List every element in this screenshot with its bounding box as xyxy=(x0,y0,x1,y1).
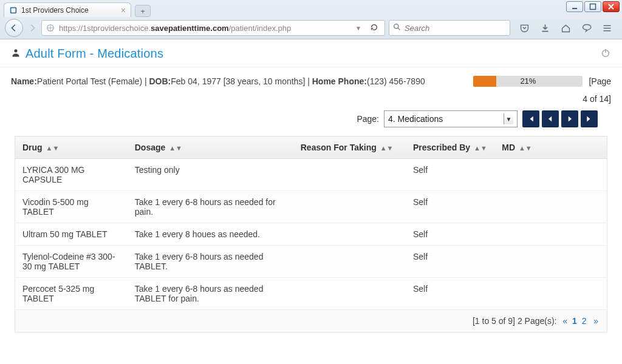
pager-next-button[interactable] xyxy=(561,110,578,127)
cell-drug: LYRICA 300 MG CAPSULE xyxy=(15,159,128,191)
footer-range: [1 to 5 of 9] xyxy=(473,316,515,326)
svg-rect-3 xyxy=(590,4,596,10)
page-of-suffix: 4 of 14] xyxy=(583,91,611,107)
patient-info-row: Name:Patient Portal Test (Female) | DOB:… xyxy=(0,67,622,109)
cell-prescribed_by: Self xyxy=(406,191,494,223)
sort-icon: ▲▼ xyxy=(474,147,487,150)
nav-back-button[interactable] xyxy=(5,19,23,37)
dob-value: Feb 04, 1977 xyxy=(171,76,221,86)
medications-table: Drug ▲▼ Dosage ▲▼ Reason For Taking ▲▼ P… xyxy=(15,136,607,332)
tab-close-icon[interactable]: × xyxy=(121,6,126,15)
window-minimize-button[interactable] xyxy=(566,1,583,12)
page-title: Adult Form - Medications xyxy=(26,47,600,61)
dropdown-caret-icon: ▼ xyxy=(504,113,513,124)
cell-dosage: Testing only xyxy=(128,159,293,191)
pocket-icon[interactable] xyxy=(519,22,530,33)
table-row: LYRICA 300 MG CAPSULETesting onlySelf xyxy=(15,159,607,191)
cell-reason xyxy=(293,191,406,223)
col-drug[interactable]: Drug ▲▼ xyxy=(15,136,128,159)
url-dropdown-icon[interactable]: ▼ xyxy=(353,25,364,32)
menu-icon[interactable] xyxy=(601,22,612,33)
sort-icon: ▲▼ xyxy=(46,147,60,150)
cell-drug: Ultram 50 mg TABLET xyxy=(15,223,128,246)
site-identity-icon[interactable] xyxy=(46,23,55,33)
col-dosage-label: Dosage xyxy=(135,143,166,152)
power-icon[interactable] xyxy=(600,47,611,60)
cell-prescribed_by: Self xyxy=(406,246,494,278)
pager-label: Page: xyxy=(357,114,379,124)
pager-last-button[interactable] xyxy=(581,110,598,127)
cell-prescribed_by: Self xyxy=(406,159,494,191)
browser-tab[interactable]: 1st Providers Choice × xyxy=(4,2,131,17)
col-drug-label: Drug xyxy=(22,143,43,152)
cell-prescribed_by: Self xyxy=(406,223,494,246)
footer-page-2-link[interactable]: 2 xyxy=(582,316,587,326)
page-header: Adult Form - Medications xyxy=(0,39,622,67)
table-row: Ultram 50 mg TABLETTake 1 every 8 houes … xyxy=(15,223,607,246)
phone-value: (123) 456-7890 xyxy=(367,76,425,86)
patient-info: Name:Patient Portal Test (Female) | DOB:… xyxy=(11,73,435,107)
name-value: Patient Portal Test (Female) xyxy=(37,76,142,86)
url-bar[interactable]: https://1stproviderschoice.savepatientti… xyxy=(41,20,385,36)
new-tab-button[interactable]: + xyxy=(135,5,151,17)
cell-md xyxy=(494,246,607,278)
pager-prev-button[interactable] xyxy=(542,110,559,127)
table-header-row: Drug ▲▼ Dosage ▲▼ Reason For Taking ▲▼ P… xyxy=(15,136,607,159)
reload-button[interactable] xyxy=(367,23,381,33)
page-select-value: 4. Medications xyxy=(388,114,443,124)
table-row: Percocet 5-325 mg TABLETTake 1 every 6-8… xyxy=(15,278,607,310)
cell-reason xyxy=(293,159,406,191)
progress-wrap: 21% [Page 4 of 14] xyxy=(435,73,611,107)
col-prescribed-by[interactable]: Prescribed By ▲▼ xyxy=(406,136,494,159)
dob-label: DOB: xyxy=(149,76,171,86)
col-dosage[interactable]: Dosage ▲▼ xyxy=(128,136,293,159)
sort-icon: ▲▼ xyxy=(519,147,532,150)
sort-icon: ▲▼ xyxy=(380,147,394,150)
footer-first-link[interactable]: « xyxy=(562,316,567,326)
svg-rect-2 xyxy=(572,8,577,9)
cell-dosage: Take 1 every 6-8 hours as needed TABLET. xyxy=(128,246,293,278)
table-row: Tylenol-Codeine #3 300-30 mg TABLETTake … xyxy=(15,246,607,278)
downloads-icon[interactable] xyxy=(539,22,550,33)
cell-md xyxy=(494,159,607,191)
col-md[interactable]: MD ▲▼ xyxy=(494,136,607,159)
search-icon xyxy=(393,23,401,33)
footer-page-1-link[interactable]: 1 xyxy=(572,316,577,326)
url-text: https://1stproviderschoice.savepatientti… xyxy=(59,24,349,33)
col-reason[interactable]: Reason For Taking ▲▼ xyxy=(293,136,406,159)
url-host: savepatienttime.com xyxy=(151,24,229,33)
medications-table-wrap: Drug ▲▼ Dosage ▲▼ Reason For Taking ▲▼ P… xyxy=(0,136,622,332)
progress-bar: 21% xyxy=(473,76,583,87)
window-maximize-button[interactable] xyxy=(584,1,601,12)
cell-drug: Percocet 5-325 mg TABLET xyxy=(15,278,128,310)
cell-drug: Vicodin 5-500 mg TABLET xyxy=(15,191,128,223)
cell-md xyxy=(494,278,607,310)
sep1: | xyxy=(142,76,149,86)
col-md-label: MD xyxy=(502,143,515,152)
cell-prescribed_by: Self xyxy=(406,278,494,310)
browser-chrome: 1st Providers Choice × + https://1stprov… xyxy=(0,0,622,39)
cell-drug: Tylenol-Codeine #3 300-30 mg TABLET xyxy=(15,246,128,278)
cell-dosage: Take 1 every 6-8 hours as needed for pai… xyxy=(128,191,293,223)
col-reason-label: Reason For Taking xyxy=(301,143,377,152)
name-label: Name: xyxy=(11,76,37,86)
nav-forward-button xyxy=(27,22,38,33)
table-footer: [1 to 5 of 9] 2 Page(s): « 1 2 » xyxy=(15,310,607,332)
pagination-links: [1 to 5 of 9] 2 Page(s): « 1 2 » xyxy=(473,316,600,326)
browser-search-input[interactable] xyxy=(405,24,507,33)
progress-percent: 21% xyxy=(473,76,583,87)
home-icon[interactable] xyxy=(560,22,571,33)
cell-md xyxy=(494,191,607,223)
url-path: /patient/index.php xyxy=(229,24,292,33)
pager-row: Page: 4. Medications ▼ xyxy=(0,109,622,136)
page-select[interactable]: 4. Medications ▼ xyxy=(384,110,518,127)
sep2: | xyxy=(305,76,312,86)
pager-first-button[interactable] xyxy=(522,110,539,127)
browser-search-bar[interactable] xyxy=(389,20,510,36)
user-icon xyxy=(11,48,21,59)
window-close-button[interactable] xyxy=(603,1,620,12)
table-row: Vicodin 5-500 mg TABLETTake 1 every 6-8 … xyxy=(15,191,607,223)
footer-last-link[interactable]: » xyxy=(593,316,598,326)
favicon-icon xyxy=(9,6,18,15)
chat-icon[interactable] xyxy=(581,22,592,33)
